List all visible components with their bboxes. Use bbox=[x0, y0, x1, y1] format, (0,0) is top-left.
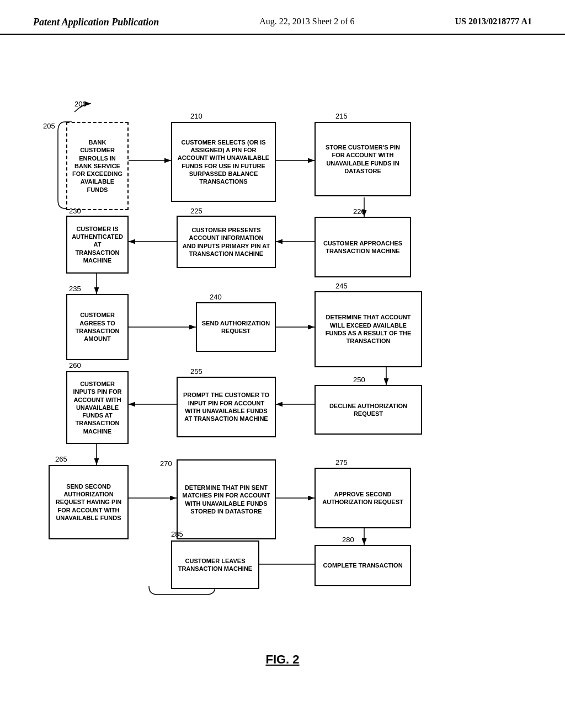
header-right: US 2013/0218777 A1 bbox=[455, 17, 532, 26]
box-250: DECLINE AUTHORIZATION REQUEST bbox=[315, 385, 422, 435]
page-header: Patent Application Publication Aug. 22, … bbox=[0, 0, 565, 35]
box-255: PROMPT THE CUSTOMER TO INPUT PIN FOR ACC… bbox=[177, 377, 276, 437]
ref-260: 260 bbox=[69, 361, 81, 370]
ref-200: 200 bbox=[74, 100, 87, 108]
ref-230: 230 bbox=[69, 207, 81, 215]
box-260: CUSTOMER INPUTS PIN FOR ACCOUNT WITH UNA… bbox=[66, 371, 129, 444]
ref-280: 280 bbox=[342, 536, 354, 544]
ref-270: 270 bbox=[160, 459, 172, 468]
box-230: CUSTOMER IS AUTHENTICATED AT TRANSACTION… bbox=[66, 216, 129, 274]
ref-240: 240 bbox=[210, 293, 222, 301]
box-275: APPROVE SECOND AUTHORIZATION REQUEST bbox=[315, 468, 411, 528]
ref-255: 255 bbox=[190, 367, 202, 376]
box-235: CUSTOMER AGREES TO TRANSACTION AMOUNT bbox=[66, 294, 129, 360]
box-285: CUSTOMER LEAVES TRANSACTION MACHINE bbox=[171, 540, 259, 589]
box-220: CUSTOMER APPROACHES TRANSACTION MACHINE bbox=[315, 217, 411, 277]
ref-210: 210 bbox=[190, 112, 202, 120]
box-245: DETERMINE THAT ACCOUNT WILL EXCEED AVAIL… bbox=[315, 291, 422, 367]
ref-245: 245 bbox=[335, 282, 348, 290]
ref-215: 215 bbox=[335, 112, 348, 120]
ref-265: 265 bbox=[55, 455, 67, 463]
box-265: SEND SECOND AUTHORIZATION REQUEST HAVING… bbox=[49, 465, 129, 539]
ref-205: 205 bbox=[43, 122, 55, 130]
box-210: CUSTOMER SELECTS (OR IS ASSIGNED) A PIN … bbox=[171, 122, 276, 202]
header-left: Patent Application Publication bbox=[33, 17, 159, 28]
ref-250: 250 bbox=[353, 376, 365, 384]
box-240: SEND AUTHORIZATION REQUEST bbox=[196, 302, 276, 352]
box-215: STORE CUSTOMER'S PIN FOR ACCOUNT WITH UN… bbox=[315, 122, 411, 196]
header-center: Aug. 22, 2013 Sheet 2 of 6 bbox=[259, 17, 354, 26]
ref-225: 225 bbox=[190, 207, 202, 215]
diagram-area: 200 BANK CUSTOMER ENROLLS IN BANK SERVIC… bbox=[0, 40, 565, 647]
ref-220: 220 bbox=[353, 207, 365, 216]
ref-285: 285 bbox=[171, 530, 183, 538]
ref-235: 235 bbox=[69, 285, 81, 293]
ref-275: 275 bbox=[335, 458, 348, 467]
fig-caption: FIG. 2 bbox=[0, 652, 565, 667]
box-270: DETERMINE THAT PIN SENT MATCHES PIN FOR … bbox=[177, 459, 276, 539]
box-225: CUSTOMER PRESENTS ACCOUNT INFORMATION AN… bbox=[177, 216, 276, 268]
box-205: BANK CUSTOMER ENROLLS IN BANK SERVICE FO… bbox=[66, 122, 129, 210]
box-280: COMPLETE TRANSACTION bbox=[315, 545, 411, 586]
